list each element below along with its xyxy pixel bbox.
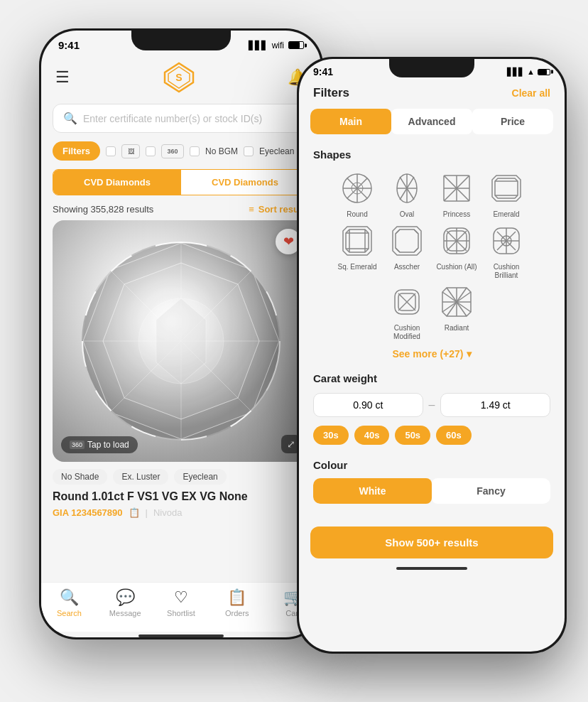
colour-tabs: White Fancy (313, 478, 550, 504)
home-indicator2 (396, 567, 467, 570)
emerald-label: Emerald (493, 210, 519, 219)
message-nav-icon: 💬 (116, 588, 135, 607)
logo-icon: S (161, 60, 197, 95)
status-icons2: ▋▋▋ ▲ (507, 68, 550, 77)
tab-cvd-left[interactable]: CVD Diamonds (53, 170, 181, 195)
shape-oval[interactable]: Oval (383, 169, 430, 219)
filters-button[interactable]: Filters (53, 141, 100, 161)
carat-min-input[interactable]: 0.90 ct (313, 393, 423, 417)
colour-fancy-tab[interactable]: Fancy (432, 478, 550, 504)
shapes-section-title: Shapes (299, 146, 565, 169)
eyeclean-checkbox[interactable] (244, 146, 254, 156)
shape-asscher[interactable]: Asscher (383, 222, 430, 280)
shape-cushion[interactable]: Cushion (All) (433, 222, 480, 280)
shape-emerald[interactable]: Emerald (483, 169, 530, 219)
diamond-card: ❤ 360 Tap to load ⤢ (53, 220, 310, 462)
svg-text:S: S (175, 72, 182, 83)
shape-cushion-brilliant[interactable]: Cushion Brilliant (483, 222, 530, 280)
shortlist-nav-label: Shortlist (167, 609, 195, 617)
shape-cushion-modified[interactable]: Cushion Modified (383, 283, 430, 341)
sq-emerald-shape-icon (340, 224, 374, 258)
sort-icon: ≡ (249, 204, 254, 215)
signal-icon: ▋▋▋ (249, 40, 268, 50)
orders-nav-label: Orders (225, 609, 249, 617)
nav-message[interactable]: 💬 Message (105, 588, 145, 617)
oval-shape-icon (390, 171, 424, 205)
nav-shortlist[interactable]: ♡ Shortlist (161, 588, 201, 617)
svg-line-57 (396, 230, 400, 234)
oval-label: Oval (400, 210, 415, 219)
tap-to-load-button[interactable]: 360 Tap to load (61, 436, 138, 453)
image-checkbox[interactable] (106, 146, 116, 156)
diamond-facets (75, 234, 288, 448)
360-small-icon: 360 (70, 441, 85, 449)
filter-row: Filters 🖼 360 No BGM Eyeclean (41, 141, 321, 169)
carat-dash: – (429, 399, 435, 411)
filters-header: Filters Clear all (299, 80, 565, 109)
search-nav-icon: 🔍 (60, 588, 79, 607)
360-icon: 360 (161, 144, 184, 158)
shape-round[interactable]: Round (334, 169, 381, 219)
svg-marker-56 (396, 230, 418, 252)
cushion-modified-label: Cushion Modified (383, 324, 430, 341)
show-results-button[interactable]: Show 500+ results (310, 526, 553, 558)
cushion-brilliant-shape-icon (489, 224, 523, 258)
gia-link[interactable]: GIA 1234567890 (53, 507, 123, 518)
svg-line-59 (414, 248, 418, 252)
sq-emerald-label: Sq. Emerald (337, 263, 376, 271)
filter-tabs: Main Advanced Price (310, 109, 553, 134)
chevron-down-icon: ▾ (467, 348, 472, 360)
shape-princess[interactable]: Princess (433, 169, 480, 219)
cushion-shape-icon (440, 224, 474, 258)
app-header: ☰ S 🔔 (41, 54, 321, 104)
results-count: Showing 355,828 results (53, 204, 153, 215)
preset-60s[interactable]: 60s (436, 426, 472, 445)
tab-main[interactable]: Main (310, 109, 391, 134)
carat-max-input[interactable]: 1.49 ct (440, 393, 550, 417)
hamburger-icon[interactable]: ☰ (55, 68, 70, 87)
preset-50s[interactable]: 50s (395, 426, 430, 445)
shape-sq-emerald[interactable]: Sq. Emerald (334, 222, 381, 280)
tab-advanced[interactable]: Advanced (391, 109, 472, 134)
carat-presets: 30s 40s 50s 60s (313, 426, 550, 445)
preset-40s[interactable]: 40s (354, 426, 390, 445)
cushion-label: Cushion (All) (436, 263, 477, 271)
clear-all-button[interactable]: Clear all (512, 87, 550, 99)
status-time1: 9:41 (58, 39, 80, 51)
see-more-label: See more (+27) (393, 348, 464, 360)
colour-title: Colour (313, 459, 550, 471)
copy-icon: 📋 (129, 507, 140, 518)
status-icons1: ▋▋▋ wifi (249, 40, 304, 50)
phone2: 9:41 ▋▋▋ ▲ Filters Clear all Main Advanc… (297, 57, 567, 654)
preset-30s[interactable]: 30s (313, 426, 349, 445)
notch1 (131, 31, 231, 50)
search-placeholder: Enter certificate number(s) or stock ID(… (83, 113, 262, 124)
colour-white-tab[interactable]: White (313, 478, 432, 504)
tag-no-shade: No Shade (53, 469, 107, 485)
signal-icon2: ▋▋▋ (507, 68, 524, 77)
shape-radiant[interactable]: Radiant (433, 283, 480, 341)
tab-cvd-right[interactable]: CVD Diamonds (181, 170, 309, 195)
tag-ex-luster: Ex. Luster (113, 469, 168, 485)
svg-marker-55 (393, 227, 421, 255)
emerald-shape-icon (489, 171, 523, 205)
cvd-tab-bar: CVD Diamonds CVD Diamonds (53, 169, 310, 195)
search-bar[interactable]: 🔍 Enter certificate number(s) or stock I… (53, 104, 310, 133)
wifi-icon2: ▲ (527, 68, 535, 76)
orders-nav-icon: 📋 (227, 588, 246, 607)
eyeclean-label: Eyeclean (259, 146, 294, 156)
nav-search[interactable]: 🔍 Search (49, 588, 89, 617)
diamond-image (53, 220, 310, 462)
image-icon: 🖼 (121, 144, 140, 158)
wifi-icon: wifi (272, 40, 284, 50)
nav-orders[interactable]: 📋 Orders (217, 588, 257, 617)
asscher-shape-icon (390, 224, 424, 258)
360-checkbox[interactable] (146, 146, 156, 156)
tab-price[interactable]: Price (472, 109, 553, 134)
round-label: Round (347, 210, 367, 219)
see-more-button[interactable]: See more (+27) ▾ (299, 341, 565, 367)
radiant-shape-icon (440, 285, 474, 319)
carat-section: Carat weight 0.90 ct – 1.49 ct 30s 40s 5… (299, 367, 565, 453)
nobgm-checkbox[interactable] (190, 146, 200, 156)
diamond-title: Round 1.01ct F VS1 VG EX VG None (41, 487, 321, 506)
